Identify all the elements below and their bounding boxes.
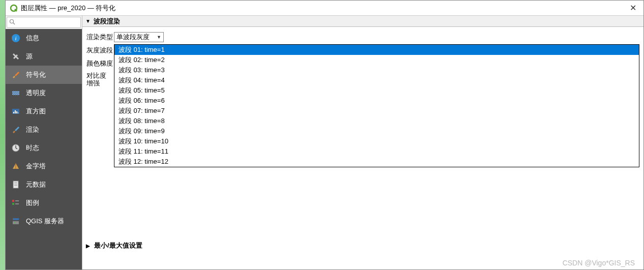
- sidebar-item-label: 信息: [26, 34, 39, 43]
- brush-icon: [11, 70, 21, 80]
- server-icon: [11, 216, 21, 226]
- sidebar-item-source[interactable]: 源: [6, 47, 82, 66]
- gradient-label: 颜色梯度: [86, 59, 114, 68]
- legend-icon: [11, 198, 21, 208]
- svg-rect-19: [12, 203, 14, 205]
- sidebar-item-server[interactable]: QGIS 服务器: [6, 212, 82, 230]
- combo-value: 单波段灰度: [116, 33, 157, 42]
- sidebar-item-label: 透明度: [26, 88, 46, 98]
- section-minmax[interactable]: ▶ 最小/最大值设置: [86, 240, 639, 251]
- outer-edge: [0, 0, 5, 270]
- contrast-label: 对比度 增强: [86, 72, 114, 87]
- dropdown-option[interactable]: 波段 01: time=1: [114, 45, 639, 55]
- watermark: CSDN @Vigo*GIS_RS: [563, 259, 635, 267]
- sidebar: i 信息 源 符号化 透明度 直方图: [6, 29, 82, 269]
- dropdown-option[interactable]: 波段 08: time=8: [114, 116, 639, 126]
- sidebar-search[interactable]: [7, 17, 81, 28]
- search-input[interactable]: [16, 19, 78, 26]
- pyramid-icon: [11, 161, 21, 171]
- close-button[interactable]: ✕: [627, 3, 639, 13]
- left-column: i 信息 源 符号化 透明度 直方图: [6, 16, 82, 269]
- info-icon: i: [11, 33, 21, 43]
- window-title: 图层属性 — pre_2020 — 符号化: [21, 4, 115, 13]
- qgis-icon: [10, 4, 18, 12]
- svg-rect-9: [13, 112, 14, 113]
- expand-icon: ▶: [86, 243, 90, 249]
- sidebar-item-label: 直方图: [26, 107, 46, 116]
- sidebar-item-temporal[interactable]: 时态: [6, 139, 82, 157]
- titlebar: 图层属性 — pre_2020 — 符号化 ✕: [6, 1, 643, 16]
- render-type-combo[interactable]: 单波段灰度 ▼: [114, 32, 164, 42]
- svg-text:i: i: [15, 35, 16, 41]
- sidebar-item-legend[interactable]: 图例: [6, 194, 82, 212]
- sidebar-item-metadata[interactable]: 元数据: [6, 175, 82, 194]
- gray-band-label: 灰度波段: [86, 46, 114, 55]
- section-title: 波段渲染: [94, 17, 120, 26]
- dropdown-option[interactable]: 波段 11: time=11: [114, 146, 639, 157]
- section-title: 最小/最大值设置: [94, 241, 142, 250]
- dropdown-option[interactable]: 波段 07: time=7: [114, 106, 639, 116]
- dropdown-option[interactable]: 波段 10: time=10: [114, 136, 639, 146]
- sidebar-item-transparency[interactable]: 透明度: [6, 84, 82, 102]
- dropdown-option[interactable]: 波段 04: time=4: [114, 75, 639, 85]
- dropdown-option[interactable]: 波段 03: time=3: [114, 65, 639, 75]
- sidebar-item-label: 源: [26, 52, 33, 61]
- svg-rect-22: [13, 218, 19, 220]
- dropdown-option[interactable]: 波段 05: time=5: [114, 85, 639, 96]
- form-area: 渲染类型 单波段灰度 ▼ 灰度波段 颜色梯度 对比度 增强 波段 01: tim…: [82, 27, 643, 92]
- gray-band-dropdown[interactable]: 波段 01: time=1 波段 02: time=2 波段 03: time=…: [114, 44, 639, 167]
- render-type-label: 渲染类型: [86, 33, 114, 42]
- sidebar-item-label: 元数据: [26, 180, 46, 189]
- sidebar-item-pyramids[interactable]: 金字塔: [6, 157, 82, 175]
- search-icon: [9, 19, 15, 26]
- sidebar-item-label: 渲染: [26, 125, 39, 134]
- dropdown-option[interactable]: 波段 12: time=12: [114, 157, 639, 167]
- sidebar-item-histogram[interactable]: 直方图: [6, 102, 82, 121]
- sidebar-item-symbology[interactable]: 符号化: [6, 66, 82, 84]
- sidebar-item-info[interactable]: i 信息: [6, 29, 82, 47]
- sidebar-item-rendering[interactable]: 渲染: [6, 121, 82, 139]
- sidebar-item-label: 时态: [26, 143, 39, 153]
- clock-icon: [11, 143, 21, 153]
- sidebar-item-label: 符号化: [26, 70, 46, 79]
- svg-rect-14: [13, 181, 18, 188]
- dropdown-option[interactable]: 波段 09: time=9: [114, 126, 639, 136]
- section-band-rendering[interactable]: ▼ 波段渲染: [82, 16, 643, 27]
- svg-point-1: [10, 19, 14, 23]
- svg-rect-11: [16, 111, 17, 113]
- sidebar-item-label: 金字塔: [26, 162, 46, 171]
- transparency-icon: [11, 88, 21, 98]
- dialog-window: 图层属性 — pre_2020 — 符号化 ✕ i 信息 源: [5, 0, 644, 270]
- svg-rect-18: [12, 200, 14, 202]
- svg-rect-10: [15, 110, 16, 113]
- metadata-icon: [11, 179, 21, 190]
- svg-rect-23: [13, 221, 19, 224]
- sidebar-item-label: 图例: [26, 198, 39, 207]
- dropdown-option[interactable]: 波段 06: time=6: [114, 96, 639, 106]
- svg-rect-12: [18, 112, 18, 113]
- dropdown-option[interactable]: 波段 02: time=2: [114, 55, 639, 65]
- sidebar-item-label: QGIS 服务器: [26, 217, 64, 226]
- wrench-icon: [11, 51, 21, 62]
- collapse-icon: ▼: [85, 18, 91, 24]
- svg-point-24: [14, 222, 15, 223]
- render-icon: [11, 125, 21, 135]
- right-panel: ▼ 波段渲染 渲染类型 单波段灰度 ▼ 灰度波段 颜色梯度: [82, 16, 643, 269]
- svg-rect-5: [12, 91, 19, 95]
- chevron-down-icon: ▼: [157, 35, 161, 40]
- histogram-icon: [11, 106, 21, 116]
